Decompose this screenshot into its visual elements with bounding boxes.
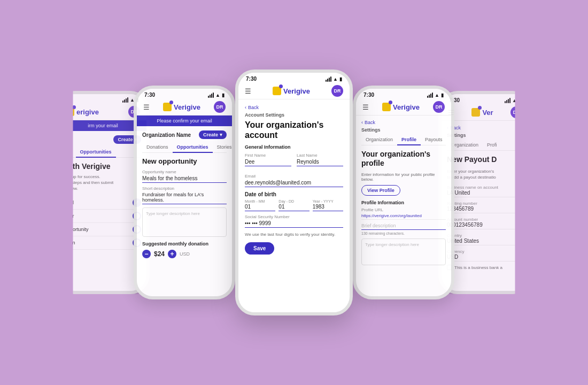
wifi-icon-3: ▲ bbox=[333, 76, 338, 82]
increase-btn[interactable]: + bbox=[168, 250, 176, 258]
dob-year-field: Year - YYYY 1983 bbox=[313, 199, 343, 211]
tab-donations[interactable]: Donations bbox=[142, 142, 173, 153]
email-value-3: dee.reynolds@launited.com bbox=[245, 180, 343, 187]
remaining-chars: 130 remaining characters. bbox=[361, 232, 446, 235]
screen-content-5: ‹ Back Settings Organization Profi New P… bbox=[442, 121, 529, 291]
nav-bar-5: ☰ Ver DR bbox=[442, 104, 529, 121]
last-name-value: Reynolds bbox=[297, 159, 343, 166]
dob-year-label: Year - YYYY bbox=[313, 199, 343, 203]
hamburger-3[interactable]: ☰ bbox=[245, 87, 251, 95]
logo-text-4: Verigive bbox=[393, 103, 420, 111]
name-row: First Name Dee Last Name Reynolds bbox=[245, 153, 343, 171]
phone-5-wrapper: 7:30 ▲ ▮ ☰ Ver DR bbox=[454, 91, 532, 294]
tab-s[interactable]: s bbox=[65, 147, 76, 158]
time-3: 7:30 bbox=[246, 76, 257, 82]
brief-desc-field[interactable]: Brief description bbox=[361, 223, 446, 230]
tab-profile-4[interactable]: Profile bbox=[397, 135, 421, 145]
tabs-1: s Opportunities bbox=[65, 147, 141, 158]
last-name-field: Last Name Reynolds bbox=[297, 153, 343, 171]
status-bar-2: 7:30 ▲ ▮ bbox=[137, 89, 232, 99]
check-items-1: onal ✓ your opportunity ation bbox=[65, 196, 141, 250]
check-label-4: ation bbox=[65, 240, 75, 245]
logo-icon-4 bbox=[382, 103, 391, 111]
opp-name-value: Meals for the homeless bbox=[142, 175, 227, 183]
currency-value: USD bbox=[447, 254, 523, 261]
tab-bar-4: Organization Profile Payouts bbox=[361, 135, 446, 145]
check-label-3: opportunity bbox=[65, 227, 89, 232]
section-label-3: Account Settings bbox=[245, 112, 343, 118]
wifi-icon-2: ▲ bbox=[215, 93, 220, 98]
status-icons-3: ▲ ▮ bbox=[326, 76, 342, 82]
tab-organization-4[interactable]: Organization bbox=[361, 135, 397, 145]
phone-1-wrapper: ▲ ▮ erigive DR irm your email Create ▾ bbox=[56, 91, 134, 294]
screen-content-4: ‹ Back Settings Organization Profile Pay… bbox=[356, 116, 451, 296]
status-icons-5: ▲ ▮ bbox=[505, 98, 521, 103]
tab-stories[interactable]: Stories bbox=[213, 142, 232, 153]
create-btn-2[interactable]: Create ▾ bbox=[199, 130, 227, 139]
dob-day-value: 01 bbox=[278, 204, 309, 211]
profile-url-label: Profile URL bbox=[361, 207, 446, 212]
routing-value: 123456789 bbox=[447, 206, 523, 213]
short-desc-label: Short description bbox=[142, 186, 227, 191]
hamburger-2[interactable]: ☰ bbox=[143, 103, 150, 111]
logo-text-5: Ver bbox=[482, 109, 493, 117]
dob-month-label: Month - MM bbox=[245, 199, 275, 203]
tab-profile-5[interactable]: Profi bbox=[483, 140, 501, 151]
time-2: 7:30 bbox=[144, 92, 155, 98]
ssn-label: Social Security Number bbox=[245, 214, 343, 219]
profile-info-label: Profile Information bbox=[361, 200, 446, 205]
screen-content-3: ‹ Back Account Settings Your organizatio… bbox=[238, 99, 350, 312]
save-button[interactable]: Save bbox=[245, 242, 274, 255]
email-label-3: Email bbox=[245, 174, 343, 179]
back-link-5[interactable]: ‹ Back bbox=[447, 125, 523, 130]
first-name-field: First Name Dee bbox=[245, 153, 291, 171]
signal-icon-5 bbox=[505, 98, 510, 103]
phone-4-wrapper: 7:30 ▲ ▮ ☰ Verigive DR bbox=[353, 86, 454, 299]
nav-logo-2: Verigive bbox=[163, 103, 200, 111]
section-title-2: New opportunity bbox=[142, 157, 227, 165]
last-name-label: Last Name bbox=[297, 153, 343, 158]
avatar-2: DR bbox=[214, 101, 226, 113]
long-desc-textarea-4[interactable]: Type longer description here bbox=[361, 238, 446, 265]
long-desc-textarea-2[interactable]: Type longer description here bbox=[142, 207, 227, 237]
tab-opportunities-1[interactable]: Opportunities bbox=[76, 147, 116, 158]
nav-bar-4: ☰ Verigive DR bbox=[356, 99, 451, 116]
nav-bar-2: ☰ Verigive DR bbox=[137, 99, 232, 116]
intro-text-5: Enter your organization'sto add a payout… bbox=[447, 168, 523, 180]
check-label-1: onal bbox=[65, 200, 74, 205]
status-bar-3: 7:30 ▲ ▮ bbox=[238, 73, 350, 83]
opp-name-label: Opportunity name bbox=[142, 170, 227, 174]
tab-payouts-4[interactable]: Payouts bbox=[421, 135, 447, 145]
phones-container: ▲ ▮ erigive DR irm your email Create ▾ bbox=[0, 0, 588, 385]
donation-amount: $24 bbox=[154, 250, 165, 258]
profile-url-value: https://verigive.com/org/launited bbox=[361, 213, 446, 220]
ssn-helper: We use the last four digits to verify yo… bbox=[245, 232, 343, 237]
ssn-value: ••• ••• 9999 bbox=[245, 220, 343, 228]
page-title-4: Your organization's profile bbox=[361, 150, 446, 168]
back-link-4[interactable]: ‹ Back bbox=[361, 120, 446, 125]
general-info-label: General Information bbox=[245, 144, 343, 150]
signal-icon bbox=[122, 97, 128, 103]
logo-icon-5 bbox=[471, 108, 480, 117]
decrease-btn[interactable]: − bbox=[142, 250, 151, 258]
screen-content-2: Organization Name Create ▾ Donations Opp… bbox=[137, 126, 232, 296]
logo-text-2: Verigive bbox=[174, 103, 200, 111]
logo-text-3: Verigive bbox=[283, 87, 310, 95]
status-bar-5: 7:30 ▲ ▮ bbox=[442, 94, 529, 104]
hamburger-4[interactable]: ☰ bbox=[362, 103, 369, 111]
dob-day-label: Day - DD bbox=[278, 199, 309, 203]
back-link-3[interactable]: ‹ Back bbox=[245, 105, 343, 110]
dob-month-value: 01 bbox=[245, 204, 275, 211]
back-arrow-4: ‹ bbox=[361, 120, 363, 125]
short-desc-value: Fundraiser for meals for LA's homeless. bbox=[142, 192, 227, 204]
tab-opportunities-2[interactable]: Opportunities bbox=[173, 142, 213, 153]
logo-icon-3 bbox=[273, 87, 281, 95]
logo-icon-2 bbox=[163, 103, 172, 111]
battery-icon-5: ▮ bbox=[519, 98, 521, 103]
signal-icon-3 bbox=[326, 76, 331, 82]
nav-logo-1: erigive bbox=[66, 107, 99, 116]
view-profile-btn[interactable]: View Profile bbox=[361, 185, 400, 196]
avatar-3: DR bbox=[331, 85, 343, 97]
check-label-2: your bbox=[65, 213, 74, 219]
logo-text-1: erigive bbox=[76, 108, 99, 116]
